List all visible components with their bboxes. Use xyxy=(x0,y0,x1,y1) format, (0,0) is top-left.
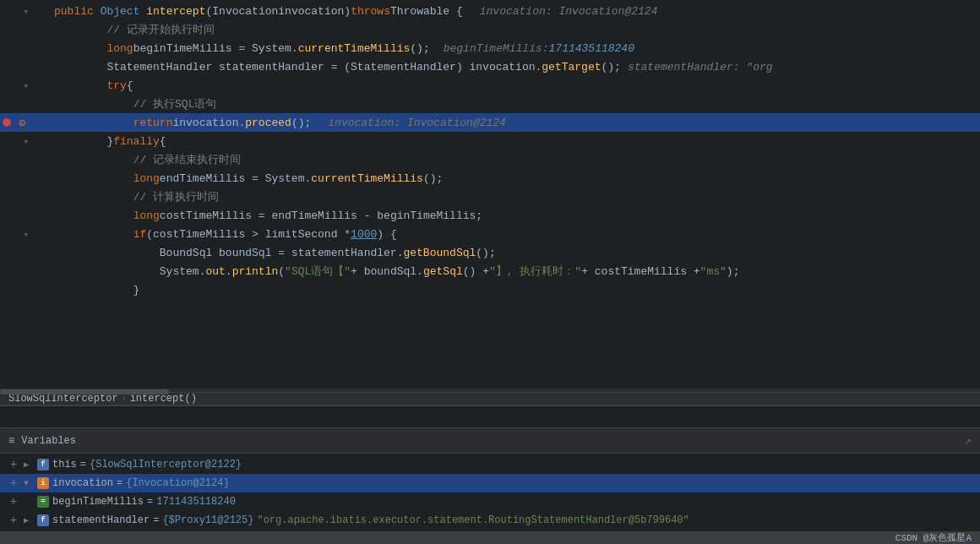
code-content: ▾ public Object intercept ( Invocation i… xyxy=(0,0,980,389)
code-text-4: StatementHandler statementHandler = (Sta… xyxy=(51,57,980,76)
code-line-2: // 记录开始执行时间 xyxy=(0,20,980,39)
variable-row-this[interactable]: + ▶ f this = {SlowSqlInterceptor@2122} xyxy=(0,455,980,474)
code-line-11: // 计算执行时间 xyxy=(0,188,980,206)
gutter-12 xyxy=(0,206,51,225)
gutter-14 xyxy=(0,243,51,262)
gutter-4 xyxy=(0,57,51,76)
code-text-8: } finally { xyxy=(51,132,980,150)
code-line-12: long costTimeMillis = endTimeMillis - be… xyxy=(0,206,980,225)
code-line-15: System. out . println ( "SQL语句【" + bound… xyxy=(0,262,980,280)
status-text: CSDN @灰色孤星A xyxy=(896,531,972,544)
code-area: ▾ public Object intercept ( Invocation i… xyxy=(0,0,980,389)
var-icon-invocation: i xyxy=(37,477,49,489)
add-btn-beginTimeMillis[interactable]: + xyxy=(7,495,20,509)
variable-row-invocation[interactable]: + ▼ i invocation = {Invocation@2124} xyxy=(0,474,980,492)
code-editor: ▾ public Object intercept ( Invocation i… xyxy=(0,0,980,544)
variable-row-beginTimeMillis[interactable]: + ▶ = beginTimeMillis = 1711435118240 xyxy=(0,492,980,511)
variables-icon: ≡ xyxy=(8,435,14,447)
code-line-16: } xyxy=(0,280,980,299)
code-line-8: ▾ } finally { xyxy=(0,132,980,150)
panel-header: ≡ Variables ↗ xyxy=(0,428,980,454)
gutter-10 xyxy=(0,169,51,188)
gutter-16 xyxy=(0,280,51,299)
fold-icon-8[interactable]: ▾ xyxy=(23,136,29,147)
breadcrumb-sep: › xyxy=(122,394,127,404)
code-line-6: // 执行SQL语句 xyxy=(0,95,980,113)
breadcrumb-class[interactable]: SlowSqlInterceptor xyxy=(8,393,118,405)
horizontal-scrollbar[interactable] xyxy=(0,389,980,392)
gutter-9 xyxy=(0,150,51,169)
gutter-15 xyxy=(0,262,51,280)
gutter-6 xyxy=(0,95,51,113)
variables-panel: ≡ Variables ↗ + ▶ f this = {SlowSqlInter… xyxy=(0,427,980,531)
current-arrow: ⊙ xyxy=(19,116,25,130)
code-text-10: long endTimeMillis = System. currentTime… xyxy=(51,169,980,188)
gutter-2 xyxy=(0,20,51,39)
gutter-8: ▾ xyxy=(0,132,51,150)
variable-row-statementHandler[interactable]: + ▶ f statementHandler = {$Proxy11@2125}… xyxy=(0,511,980,530)
expand-invocation[interactable]: ▼ xyxy=(24,479,34,488)
gutter-5: ▾ xyxy=(0,76,51,95)
code-text-2: // 记录开始执行时间 xyxy=(51,20,980,39)
var-icon-this: f xyxy=(37,459,49,471)
code-text-15: System. out . println ( "SQL语句【" + bound… xyxy=(51,262,980,280)
breadcrumb-method[interactable]: intercept() xyxy=(130,393,197,405)
code-text-7: return invocation. proceed (); invocatio… xyxy=(51,113,980,132)
variables-list: + ▶ f this = {SlowSqlInterceptor@2122} +… xyxy=(0,454,980,531)
gutter-7: ⊙ xyxy=(0,113,51,132)
gutter-1: ▾ xyxy=(0,2,51,20)
code-line-13: ▾ if (costTimeMillis > limitSecond * 100… xyxy=(0,225,980,243)
gutter-13: ▾ xyxy=(0,225,51,243)
code-text-5: try { xyxy=(51,76,980,95)
code-text-16: } xyxy=(51,280,980,299)
code-line-10: long endTimeMillis = System. currentTime… xyxy=(0,169,980,188)
code-text-11: // 计算执行时间 xyxy=(51,188,980,206)
var-icon-statementHandler: f xyxy=(37,514,49,526)
code-text-12: long costTimeMillis = endTimeMillis - be… xyxy=(51,206,980,225)
code-text-1: public Object intercept ( Invocation inv… xyxy=(51,2,980,20)
code-line-4: StatementHandler statementHandler = (Sta… xyxy=(0,57,980,76)
breakpoint-icon-7[interactable] xyxy=(0,118,14,127)
add-btn-this[interactable]: + xyxy=(7,458,20,471)
code-line-14: BoundSql boundSql = statementHandler. ge… xyxy=(0,243,980,262)
current-line-icon-7: ⊙ xyxy=(15,116,29,130)
code-text-9: // 记录结束执行时间 xyxy=(51,150,980,169)
add-btn-statementHandler[interactable]: + xyxy=(7,514,20,527)
code-text-6: // 执行SQL语句 xyxy=(51,95,980,113)
add-btn-invocation[interactable]: + xyxy=(7,476,20,490)
fold-icon-5[interactable]: ▾ xyxy=(23,80,29,91)
code-text-14: BoundSql boundSql = statementHandler. ge… xyxy=(51,243,980,262)
pin-icon[interactable]: ↗ xyxy=(965,433,972,448)
status-bar: CSDN @灰色孤星A xyxy=(0,531,980,544)
code-line-1: ▾ public Object intercept ( Invocation i… xyxy=(0,2,980,20)
fold-icon-13[interactable]: ▾ xyxy=(23,229,29,240)
code-line-3: long beginTimeMillis = System. currentTi… xyxy=(0,39,980,57)
panel-title: Variables xyxy=(21,435,76,447)
scrollbar-thumb[interactable] xyxy=(0,389,169,394)
expand-this[interactable]: ▶ xyxy=(24,460,34,470)
code-line-5: ▾ try { xyxy=(0,76,980,95)
code-text-3: long beginTimeMillis = System. currentTi… xyxy=(51,39,980,57)
separator-area xyxy=(0,405,980,427)
breakpoint-dot xyxy=(3,118,11,127)
var-icon-beginTimeMillis: = xyxy=(37,496,49,508)
expand-statementHandler[interactable]: ▶ xyxy=(24,515,34,525)
gutter-11 xyxy=(0,188,51,206)
code-line-9: // 记录结束执行时间 xyxy=(0,150,980,169)
code-line-7: ⊙ return invocation. proceed (); invocat… xyxy=(0,113,980,132)
code-text-13: if (costTimeMillis > limitSecond * 1000 … xyxy=(51,225,980,243)
gutter-3 xyxy=(0,39,51,57)
fold-icon-1[interactable]: ▾ xyxy=(23,6,29,17)
